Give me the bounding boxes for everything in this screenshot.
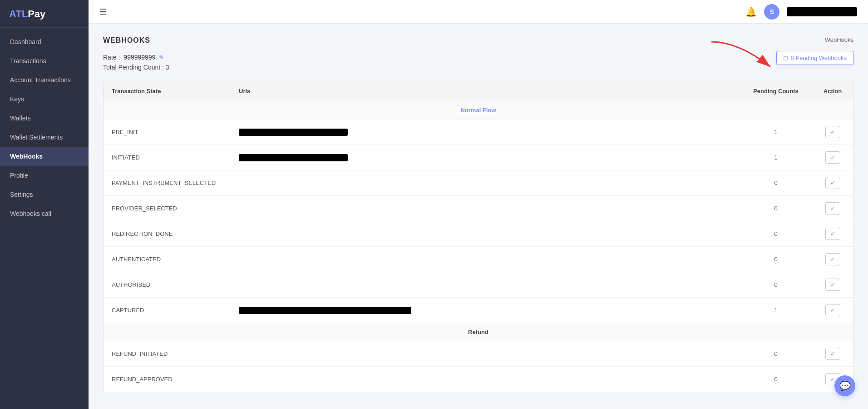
check-button[interactable]: ✓ <box>825 177 840 189</box>
pending-authorised: 0 <box>740 272 812 298</box>
sidebar: ATLPay Dashboard Transactions Account Tr… <box>0 0 89 409</box>
sidebar-item-wallets[interactable]: Wallets <box>0 109 89 128</box>
pending-captured: 1 <box>740 298 812 323</box>
notification-bell-icon[interactable]: 🔔 <box>745 6 757 17</box>
table-row: INITIATED 1 ✓ <box>104 145 853 170</box>
url-rd <box>231 221 740 247</box>
sidebar-item-profile[interactable]: Profile <box>0 166 89 185</box>
section-refund-label: Refund <box>104 323 853 341</box>
sidebar-item-account-transactions[interactable]: Account Transactions <box>0 70 89 90</box>
username-label: ██████████████ <box>787 7 857 16</box>
sidebar-item-transactions[interactable]: Transactions <box>0 51 89 70</box>
col-header-urls: Urls <box>231 81 740 101</box>
header-left: ☰ <box>99 7 107 17</box>
sidebar-item-dashboard[interactable]: Dashboard <box>0 32 89 51</box>
state-pre-init: PRE_INIT <box>104 120 231 145</box>
pending-ps: 0 <box>740 196 812 221</box>
check-button[interactable]: ✓ <box>825 304 840 316</box>
state-auth: AUTHENTICATED <box>104 247 231 272</box>
logo-atl: ATL <box>9 8 28 20</box>
col-header-action: Action <box>812 81 853 101</box>
action-ps: ✓ <box>812 196 853 221</box>
action-rd: ✓ <box>812 221 853 247</box>
section-normal-flow: Normal Flow <box>104 101 853 120</box>
pending-webhooks-label: 0 Pending Webhooks <box>791 55 847 61</box>
pending-rd: 0 <box>740 221 812 247</box>
sidebar-item-wallet-settlements[interactable]: Wallet Settlements <box>0 128 89 147</box>
url-auth <box>231 247 740 272</box>
state-ps: PROVIDER_SELECTED <box>104 196 231 221</box>
table-row: REFUND_APPROVED 0 ✓ <box>104 367 853 392</box>
action-initiated: ✓ <box>812 145 853 170</box>
action-authorised: ✓ <box>812 272 853 298</box>
state-authorised: AUTHORISED <box>104 272 231 298</box>
url-refund-approved <box>231 367 740 392</box>
total-pending-count: 3 <box>166 64 169 71</box>
edit-rate-icon[interactable]: ✎ <box>159 54 164 61</box>
state-initiated: INITIATED <box>104 145 231 170</box>
section-normal-flow-label: Normal Flow <box>104 101 853 120</box>
main-content: ☰ 🔔 S ██████████████ WEBHOOKS WebHooks ◻… <box>89 0 868 409</box>
webhooks-table: Transaction State Urls Pending Counts Ac… <box>103 81 853 392</box>
sidebar-item-webhooks[interactable]: WebHooks <box>0 147 89 166</box>
url-pre-init <box>231 120 740 145</box>
pending-webhooks-button[interactable]: ◻ 0 Pending Webhooks <box>776 51 853 65</box>
col-header-pending: Pending Counts <box>740 81 812 101</box>
pending-pis: 0 <box>740 170 812 196</box>
state-refund-initiated: REFUND_INITIATED <box>104 341 231 367</box>
rate-value: 999999999 <box>123 54 155 61</box>
check-button[interactable]: ✓ <box>825 151 840 164</box>
pending-auth: 0 <box>740 247 812 272</box>
table-row: CAPTURED 1 ✓ <box>104 298 853 323</box>
table-row: PROVIDER_SELECTED 0 ✓ <box>104 196 853 221</box>
page-content: WEBHOOKS WebHooks ◻ 0 Pending Webhooks R… <box>89 24 868 409</box>
state-rd: REDIRECTION_DONE <box>104 221 231 247</box>
url-pis <box>231 170 740 196</box>
breadcrumb: WebHooks <box>825 36 853 43</box>
check-button[interactable]: ✓ <box>825 202 840 214</box>
check-button[interactable]: ✓ <box>825 228 840 240</box>
table-row: PAYMENT_INSTRUMENT_SELECTED 0 ✓ <box>104 170 853 196</box>
state-pis: PAYMENT_INSTRUMENT_SELECTED <box>104 170 231 196</box>
url-authorised <box>231 272 740 298</box>
check-button[interactable]: ✓ <box>825 348 840 360</box>
url-ps <box>231 196 740 221</box>
url-refund-initiated <box>231 341 740 367</box>
rate-label: Rate : <box>103 54 120 61</box>
sidebar-nav: Dashboard Transactions Account Transacti… <box>0 28 89 409</box>
url-initiated <box>231 145 740 170</box>
action-refund-initiated: ✓ <box>812 341 853 367</box>
action-auth: ✓ <box>812 247 853 272</box>
action-captured: ✓ <box>812 298 853 323</box>
url-redacted <box>239 129 348 136</box>
hamburger-icon[interactable]: ☰ <box>99 7 107 17</box>
col-header-state: Transaction State <box>104 81 231 101</box>
chat-icon: 💬 <box>839 380 851 391</box>
url-redacted <box>239 154 348 161</box>
check-button[interactable]: ✓ <box>825 279 840 291</box>
table-row: REFUND_INITIATED 0 ✓ <box>104 341 853 367</box>
section-refund: Refund <box>104 323 853 341</box>
check-button[interactable]: ✓ <box>825 126 840 138</box>
total-pending-label: Total Pending Count : <box>103 64 164 71</box>
sidebar-item-settings[interactable]: Settings <box>0 185 89 204</box>
pending-pre-init: 1 <box>740 120 812 145</box>
annotation-arrow <box>702 37 784 78</box>
url-redacted-long <box>239 307 411 314</box>
table-row: AUTHENTICATED 0 ✓ <box>104 247 853 272</box>
pending-refund-initiated: 0 <box>740 341 812 367</box>
header-right: 🔔 S ██████████████ <box>745 4 857 20</box>
table-header-row: Transaction State Urls Pending Counts Ac… <box>104 81 853 101</box>
sidebar-item-keys[interactable]: Keys <box>0 90 89 109</box>
user-avatar[interactable]: S <box>764 4 779 20</box>
pending-webhooks-icon: ◻ <box>783 55 788 61</box>
sidebar-item-webhooks-call[interactable]: Webhooks call <box>0 204 89 223</box>
chat-button[interactable]: 💬 <box>834 375 855 396</box>
app-logo: ATLPay <box>0 0 89 28</box>
table-row: REDIRECTION_DONE 0 ✓ <box>104 221 853 247</box>
logo-pay: Pay <box>28 8 45 20</box>
pending-refund-approved: 0 <box>740 367 812 392</box>
check-button[interactable]: ✓ <box>825 253 840 265</box>
state-refund-approved: REFUND_APPROVED <box>104 367 231 392</box>
header: ☰ 🔔 S ██████████████ <box>89 0 868 24</box>
